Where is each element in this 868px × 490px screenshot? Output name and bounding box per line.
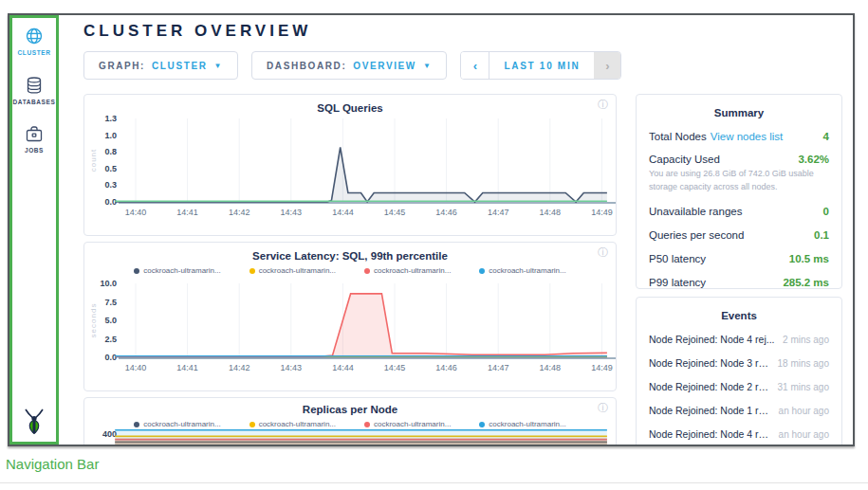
event-text: Node Rejoined: Node 2 rej...	[649, 381, 772, 392]
side-column: Summary Total NodesView nodes list 4 Cap…	[636, 94, 842, 446]
svg-text:14:44: 14:44	[332, 208, 354, 217]
time-range-selector: ‹ LAST 10 MIN ›	[460, 51, 621, 80]
service-latency-chart: 14:4014:4114:4214:4314:4414:4514:4614:47…	[88, 276, 616, 388]
svg-text:0.0: 0.0	[104, 197, 117, 207]
p50-value: 10.5 ms	[789, 253, 829, 264]
svg-text:14:43: 14:43	[281, 363, 303, 372]
legend-item: cockroach-ultramarin...	[364, 419, 451, 429]
svg-text:0.5: 0.5	[104, 164, 117, 173]
summary-row-p50: P50 latency 10.5 ms	[649, 253, 829, 264]
dashboard-dropdown-value: OVERVIEW	[353, 61, 416, 71]
app-window: CLUSTER DATABASES JOBS	[8, 13, 855, 446]
svg-text:14:48: 14:48	[540, 363, 562, 372]
chart-legend: cockroach-ultramarin...cockroach-ultrama…	[84, 419, 616, 429]
svg-text:14:46: 14:46	[435, 363, 457, 372]
event-time: 18 mins ago	[778, 358, 829, 369]
navigation-bar: CLUSTER DATABASES JOBS	[9, 15, 59, 445]
summary-row-qps: Queries per second 0.1	[649, 229, 829, 241]
briefcase-icon	[25, 125, 44, 143]
replicas-per-node-chart: 400	[88, 429, 616, 446]
svg-text:14:46: 14:46	[435, 208, 457, 217]
dashboard-body: SQL Queries ⓘ 14:4014:4114:4214:4314:441…	[83, 94, 842, 446]
event-row: Node Rejoined: Node 4 rej... 2 mins ago	[649, 334, 829, 345]
svg-text:14:40: 14:40	[125, 208, 147, 217]
chart-panel-replicas-per-node: Replicas per Node ⓘ cockroach-ultramarin…	[83, 397, 617, 446]
unavailable-ranges-value: 0	[823, 206, 829, 217]
svg-text:14:49: 14:49	[591, 363, 613, 372]
summary-row-total-nodes: Total NodesView nodes list 4	[649, 131, 829, 142]
svg-text:5.0: 5.0	[104, 316, 117, 325]
event-text: Node Rejoined: Node 1 rej...	[649, 405, 773, 416]
chart-panel-service-latency: Service Latency: SQL, 99th percentile ⓘ …	[83, 242, 617, 391]
legend-dot-icon	[249, 268, 255, 274]
info-icon[interactable]: ⓘ	[598, 100, 608, 110]
chevron-down-icon: ▼	[423, 62, 433, 70]
summary-title: Summary	[649, 107, 829, 118]
dashboard-controls: GRAPH: CLUSTER ▼ DASHBOARD: OVERVIEW ▼ ‹…	[83, 51, 842, 80]
graph-dropdown-label: GRAPH:	[99, 61, 145, 71]
unavailable-ranges-label: Unavailable ranges	[649, 206, 742, 217]
databases-icon	[25, 76, 44, 95]
event-row: Node Rejoined: Node 2 rej... 31 mins ago	[649, 381, 829, 392]
event-row: Node Rejoined: Node 1 rej... an hour ago	[649, 405, 829, 416]
event-row: Node Rejoined: Node 3 rej... 18 mins ago	[649, 357, 829, 369]
time-next-button[interactable]: ›	[594, 52, 620, 79]
view-nodes-list-link[interactable]: View nodes list	[711, 131, 784, 142]
legend-dot-icon	[364, 422, 370, 427]
chart-title: Replicas per Node	[84, 398, 616, 415]
legend-item: cockroach-ultramarin...	[249, 265, 336, 276]
svg-text:0.0: 0.0	[104, 353, 117, 362]
event-time: an hour ago	[779, 429, 829, 440]
events-panel: Events Node Rejoined: Node 4 rej... 2 mi…	[636, 297, 842, 446]
qps-value: 0.1	[814, 229, 829, 241]
charts-column: SQL Queries ⓘ 14:4014:4114:4214:4314:441…	[83, 94, 617, 446]
time-prev-button[interactable]: ‹	[461, 52, 489, 79]
svg-text:14:44: 14:44	[332, 363, 354, 372]
total-nodes-label: Total Nodes	[649, 131, 707, 142]
sidebar-item-label: CLUSTER	[18, 49, 51, 56]
svg-text:14:42: 14:42	[229, 363, 250, 372]
svg-text:14:49: 14:49	[591, 208, 613, 217]
chart-legend: cockroach-ultramarin...cockroach-ultrama…	[84, 265, 616, 276]
svg-text:14:40: 14:40	[125, 363, 147, 372]
chart-panel-sql-queries: SQL Queries ⓘ 14:4014:4114:4214:4314:441…	[83, 94, 617, 236]
sidebar-item-databases[interactable]: DATABASES	[13, 76, 56, 105]
page-title: CLUSTER OVERVIEW	[83, 22, 842, 41]
sidebar-item-label: DATABASES	[13, 99, 56, 105]
summary-row-capacity: Capacity Used 3.62% You are using 26.8 G…	[649, 154, 829, 193]
svg-text:14:41: 14:41	[176, 363, 198, 372]
p99-label: P99 latency	[649, 277, 706, 288]
svg-text:14:45: 14:45	[384, 363, 406, 372]
main-content: CLUSTER OVERVIEW GRAPH: CLUSTER ▼ DASHBO…	[59, 15, 853, 445]
info-icon[interactable]: ⓘ	[598, 247, 608, 258]
time-range-label[interactable]: LAST 10 MIN	[489, 52, 594, 79]
event-row: Node Rejoined: Node 4 rej... an hour ago	[649, 428, 829, 440]
event-text: Node Rejoined: Node 4 rej...	[649, 428, 773, 440]
svg-text:count: count	[89, 149, 98, 172]
info-icon[interactable]: ⓘ	[598, 403, 608, 413]
event-time: 2 mins ago	[783, 335, 829, 345]
svg-text:0.3: 0.3	[104, 180, 117, 190]
sidebar-item-label: JOBS	[25, 147, 44, 154]
svg-text:14:45: 14:45	[384, 208, 406, 217]
svg-text:seconds: seconds	[89, 303, 98, 338]
legend-item: cockroach-ultramarin...	[134, 419, 220, 429]
svg-text:400: 400	[102, 429, 117, 439]
legend-dot-icon	[249, 422, 255, 427]
dashboard-dropdown[interactable]: DASHBOARD: OVERVIEW ▼	[251, 51, 447, 80]
cockroachdb-logo[interactable]	[22, 408, 46, 438]
globe-icon	[25, 27, 44, 45]
svg-text:1.3: 1.3	[104, 114, 117, 123]
graph-dropdown[interactable]: GRAPH: CLUSTER ▼	[83, 51, 238, 80]
events-title: Events	[649, 310, 829, 321]
summary-panel: Summary Total NodesView nodes list 4 Cap…	[636, 94, 842, 289]
svg-text:14:43: 14:43	[281, 208, 303, 217]
capacity-label: Capacity Used	[649, 154, 720, 165]
qps-label: Queries per second	[649, 229, 744, 241]
event-text: Node Rejoined: Node 3 rej...	[649, 357, 772, 369]
sql-queries-chart: 14:4014:4114:4214:4314:4414:4514:4614:47…	[88, 114, 616, 224]
sidebar-item-jobs[interactable]: JOBS	[25, 125, 44, 154]
sidebar-item-cluster[interactable]: CLUSTER	[18, 27, 51, 56]
summary-row-unavailable-ranges: Unavailable ranges 0	[649, 206, 829, 217]
chart-title: SQL Queries	[84, 95, 616, 114]
